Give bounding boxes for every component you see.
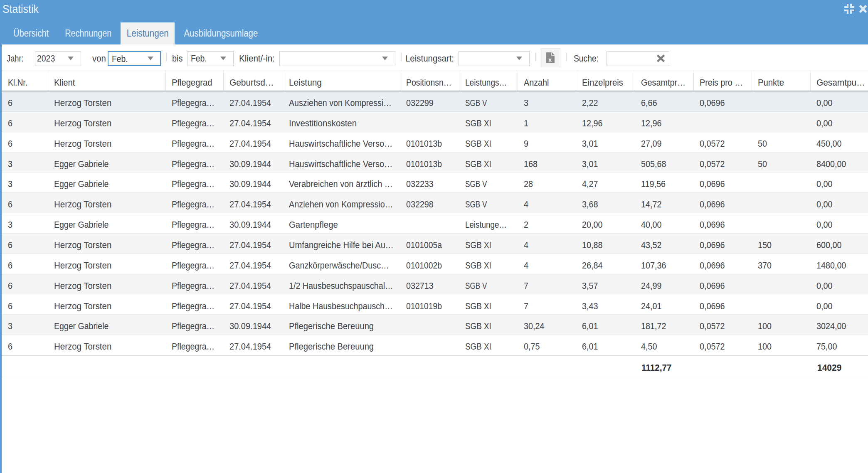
svg-text:x: x — [548, 56, 552, 63]
